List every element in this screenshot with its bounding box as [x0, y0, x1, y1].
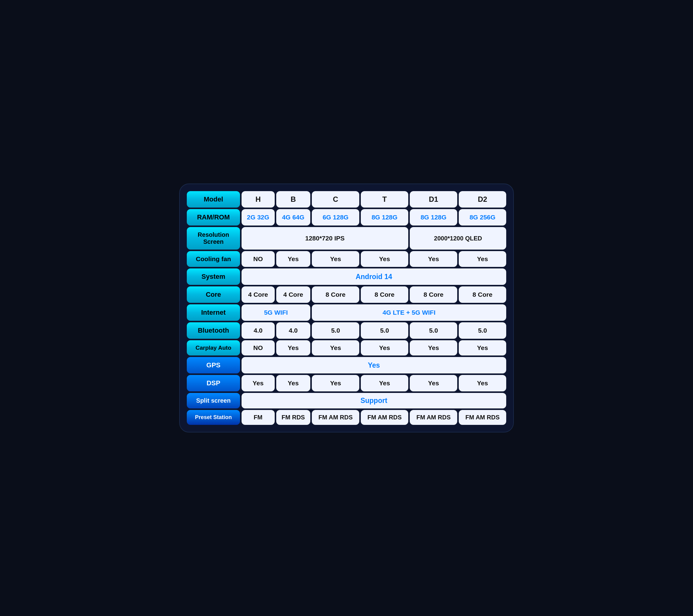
bluetooth-h: 4.0 [241, 322, 275, 339]
preset-c: FM AM RDS [312, 410, 359, 425]
col-d2-header: D2 [459, 191, 506, 208]
core-d2: 8 Core [459, 286, 506, 303]
dsp-c: Yes [312, 375, 359, 391]
model-label: Model [187, 191, 240, 208]
gps-value: Yes [241, 357, 506, 373]
cooling-c: Yes [312, 251, 359, 267]
cooling-h: NO [241, 251, 275, 267]
core-h: 4 Core [241, 286, 275, 303]
carplay-t: Yes [361, 340, 408, 355]
bluetooth-t: 5.0 [361, 322, 408, 339]
carplay-c: Yes [312, 340, 359, 355]
core-row: Core 4 Core 4 Core 8 Core 8 Core 8 Core … [187, 286, 506, 303]
col-h-header: H [241, 191, 275, 208]
resolution-ips: 1280*720 IPS [241, 227, 408, 250]
comparison-table: Model H B C T D1 D2 RAM/ROM 2G 32G 4G 64… [185, 190, 508, 426]
core-label: Core [187, 286, 240, 303]
resolution-qled: 2000*1200 QLED [410, 227, 506, 250]
cooling-row: Cooling fan NO Yes Yes Yes Yes Yes [187, 251, 506, 267]
preset-label: Preset Station [187, 410, 240, 425]
bluetooth-row: Bluetooth 4.0 4.0 5.0 5.0 5.0 5.0 [187, 322, 506, 339]
col-b-header: B [276, 191, 310, 208]
bluetooth-b: 4.0 [276, 322, 310, 339]
preset-row: Preset Station FM FM RDS FM AM RDS FM AM… [187, 410, 506, 425]
ram-rom-c: 6G 128G [312, 209, 359, 226]
carplay-b: Yes [276, 340, 310, 355]
gps-label: GPS [187, 357, 240, 373]
ram-rom-d2: 8G 256G [459, 209, 506, 226]
internet-label: Internet [187, 304, 240, 321]
split-screen-value: Support [241, 393, 506, 408]
preset-d1: FM AM RDS [410, 410, 457, 425]
ram-rom-h: 2G 32G [241, 209, 275, 226]
bluetooth-d2: 5.0 [459, 322, 506, 339]
cooling-d1: Yes [410, 251, 457, 267]
col-t-header: T [361, 191, 408, 208]
ram-rom-row: RAM/ROM 2G 32G 4G 64G 6G 128G 8G 128G 8G… [187, 209, 506, 226]
comparison-table-container: Model H B C T D1 D2 RAM/ROM 2G 32G 4G 64… [179, 184, 514, 432]
ram-rom-t: 8G 128G [361, 209, 408, 226]
gps-row: GPS Yes [187, 357, 506, 373]
col-c-header: C [312, 191, 359, 208]
cooling-b: Yes [276, 251, 310, 267]
core-c: 8 Core [312, 286, 359, 303]
ram-rom-b: 4G 64G [276, 209, 310, 226]
core-t: 8 Core [361, 286, 408, 303]
carplay-h: NO [241, 340, 275, 355]
core-d1: 8 Core [410, 286, 457, 303]
carplay-row: Carplay Auto NO Yes Yes Yes Yes Yes [187, 340, 506, 355]
cooling-t: Yes [361, 251, 408, 267]
preset-d2: FM AM RDS [459, 410, 506, 425]
dsp-d1: Yes [410, 375, 457, 391]
model-row: Model H B C T D1 D2 [187, 191, 506, 208]
dsp-d2: Yes [459, 375, 506, 391]
carplay-d1: Yes [410, 340, 457, 355]
dsp-h: Yes [241, 375, 275, 391]
col-d1-header: D1 [410, 191, 457, 208]
internet-hb: 5G WIFI [241, 304, 310, 321]
internet-row: Internet 5G WIFI 4G LTE + 5G WIFI [187, 304, 506, 321]
ram-rom-d1: 8G 128G [410, 209, 457, 226]
resolution-label: Resolution Screen [187, 227, 240, 250]
dsp-row: DSP Yes Yes Yes Yes Yes Yes [187, 375, 506, 391]
system-row: System Android 14 [187, 268, 506, 285]
bluetooth-label: Bluetooth [187, 322, 240, 339]
carplay-d2: Yes [459, 340, 506, 355]
resolution-row: Resolution Screen 1280*720 IPS 2000*1200… [187, 227, 506, 250]
bluetooth-d1: 5.0 [410, 322, 457, 339]
cooling-label: Cooling fan [187, 251, 240, 267]
system-value: Android 14 [241, 268, 506, 285]
preset-b: FM RDS [276, 410, 310, 425]
dsp-t: Yes [361, 375, 408, 391]
split-screen-row: Split screen Support [187, 393, 506, 408]
bluetooth-c: 5.0 [312, 322, 359, 339]
core-b: 4 Core [276, 286, 310, 303]
cooling-d2: Yes [459, 251, 506, 267]
system-label: System [187, 268, 240, 285]
dsp-b: Yes [276, 375, 310, 391]
dsp-label: DSP [187, 375, 240, 391]
split-screen-label: Split screen [187, 393, 240, 408]
preset-t: FM AM RDS [361, 410, 408, 425]
preset-h: FM [241, 410, 275, 425]
ram-rom-label: RAM/ROM [187, 209, 240, 226]
internet-ctd1d2: 4G LTE + 5G WIFI [312, 304, 506, 321]
carplay-label: Carplay Auto [187, 340, 240, 355]
